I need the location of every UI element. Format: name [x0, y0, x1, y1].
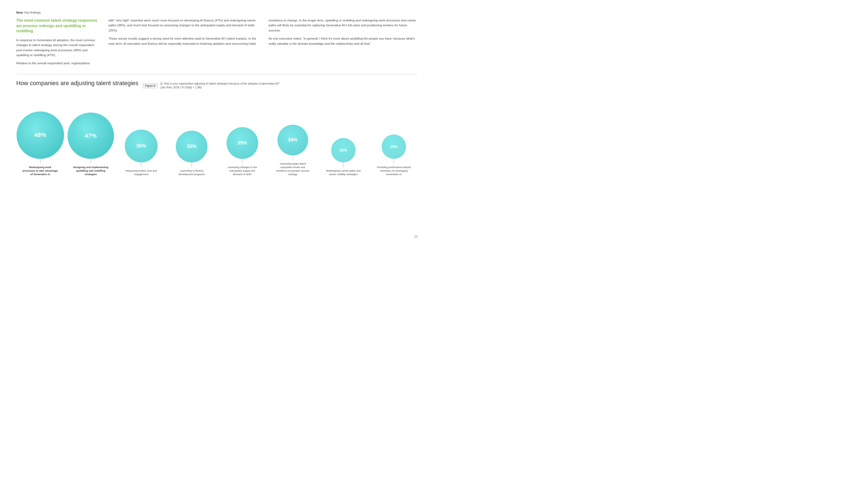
bubble-stem [343, 162, 343, 167]
bubble-label: Redesigning career paths and career mobi… [326, 169, 361, 176]
bubble: 29% [331, 138, 355, 162]
bubble: 36% [125, 130, 158, 162]
chart-section: How companies are adjusting talent strat… [16, 80, 418, 176]
bubble-item: 48%Redesigning work processes to take ad… [16, 101, 64, 176]
bubble-stem [394, 159, 394, 164]
bubble-wrapper: 36% [125, 105, 158, 167]
bubble-stem [242, 159, 243, 164]
col2-p2: These survey results suggest a strong ne… [108, 36, 258, 46]
bubble-item: 35%Launching AI fluency development prog… [168, 105, 216, 176]
col1-p2: Relative to the overall respondent pool,… [16, 61, 98, 66]
bubble: 34% [278, 125, 308, 155]
bubble-stem [191, 162, 192, 167]
section-label-now: Now: [16, 11, 24, 14]
bubble-wrapper: 35% [226, 101, 258, 164]
column-1: The most common talent strategy response… [16, 18, 98, 69]
col3-p2: As one executive noted, “In general, I t… [269, 36, 418, 46]
section-label: Now: Key findings [16, 11, 418, 14]
top-content: The most common talent strategy response… [16, 18, 418, 69]
col3-p1: resistance to change. In the longer term… [269, 18, 418, 33]
bubble-item: 36%Measuring worker trust and engagement [118, 105, 165, 176]
bubble-wrapper: 34% [278, 98, 308, 160]
bubble-label: Redesigning work processes to take advan… [23, 165, 58, 176]
bubble-item: 29%Redesigning career paths and career m… [319, 105, 367, 176]
section-label-sub: Key findings [24, 11, 41, 14]
chart-note-line1: Q: How is your organization adjusting it… [160, 82, 279, 85]
bubble: 29% [382, 134, 406, 159]
col2-p1: with “very high” expertise were much mor… [108, 18, 258, 33]
chart-note-line2: (Jan./Feb. 2024 ) N (Total) = 1,982 [160, 86, 202, 89]
bubble: 35% [226, 127, 258, 159]
section-divider [16, 74, 418, 74]
bubble-wrapper: 29% [331, 105, 355, 167]
bubble-item: 35%Assessing changes to the anticipated … [218, 101, 266, 176]
bubble: 47% [67, 112, 114, 159]
page: Now: Key findings The most common talent… [0, 0, 434, 244]
bubble-stem [91, 159, 91, 164]
bubble-stem [40, 159, 40, 164]
bubble: 48% [17, 111, 64, 159]
bubble-wrapper: 47% [67, 101, 114, 164]
chart-note: Q: How is your organization adjusting it… [160, 82, 279, 90]
bubble-wrapper: 29% [382, 101, 406, 164]
headline: The most common talent strategy response… [16, 18, 98, 34]
bubble-label: Providing performance-based incentives f… [376, 165, 411, 176]
bubble-label: Assessing changes to the anticipated sup… [225, 165, 260, 176]
bubble-item: 29%Providing performance-based incentive… [370, 101, 418, 176]
bubbles-container: 48%Redesigning work processes to take ad… [16, 90, 418, 176]
bubble-label: Measuring worker trust and engagement [124, 169, 159, 176]
bubble: 35% [176, 131, 208, 162]
bubble-item: 47%Designing and implementing upskilling… [67, 101, 115, 176]
column-3: resistance to change. In the longer term… [269, 18, 418, 69]
column-2: with “very high” expertise were much mor… [108, 18, 258, 69]
bubble-label: Assessing target talent acquisition leve… [275, 162, 310, 176]
col1-p1: In response to Generative AI adoption, t… [16, 38, 98, 58]
page-number: 20 [414, 235, 418, 238]
bubble-item: 34%Assessing target talent acquisition l… [269, 98, 316, 176]
bubble-label: Launching AI fluency development program… [174, 169, 209, 176]
bubble-label: Designing and implementing upskilling an… [73, 165, 108, 176]
chart-title: How companies are adjusting talent strat… [16, 80, 138, 87]
figure-badge: Figure 8 [143, 83, 158, 88]
bubble-wrapper: 48% [17, 101, 64, 164]
bubble-wrapper: 35% [176, 105, 208, 167]
chart-header: How companies are adjusting talent strat… [16, 80, 418, 90]
